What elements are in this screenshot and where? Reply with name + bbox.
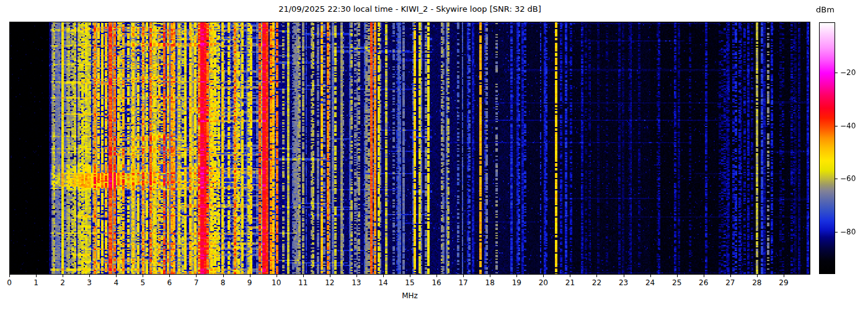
x-tick-mark	[410, 275, 410, 277]
x-tick-label: 15	[405, 278, 414, 287]
x-tick-label: 17	[458, 278, 467, 287]
x-tick-mark	[784, 275, 784, 277]
x-tick-label: 13	[352, 278, 361, 287]
colorbar-tick-label: −20	[840, 68, 856, 77]
x-tick-mark	[650, 275, 651, 277]
x-tick-mark	[516, 275, 517, 277]
x-tick-label: 22	[592, 278, 601, 287]
x-tick-label: 8	[221, 278, 226, 287]
x-tick-label: 10	[272, 278, 281, 287]
x-tick-mark	[463, 275, 464, 277]
x-tick-label: 9	[247, 278, 252, 287]
x-tick-mark	[250, 275, 250, 277]
colorbar-tick-label: −40	[840, 122, 856, 130]
colorbar-tick-mark	[835, 232, 838, 232]
x-tick-mark	[757, 275, 758, 277]
colorbar-tick-mark	[835, 179, 838, 179]
x-tick-label: 3	[87, 278, 92, 287]
x-tick-label: 28	[752, 278, 761, 287]
x-tick-label: 14	[378, 278, 388, 287]
x-tick-mark	[277, 275, 277, 277]
colorbar-tick-label: −80	[840, 228, 856, 236]
x-tick-mark	[63, 275, 63, 277]
x-tick-label: 7	[194, 278, 199, 287]
x-tick-mark	[303, 275, 304, 277]
x-tick-mark	[116, 275, 117, 277]
colorbar-tick-mark	[835, 73, 838, 73]
x-tick-mark	[36, 275, 37, 277]
x-tick-label: 4	[113, 278, 118, 287]
x-tick-mark	[490, 275, 490, 277]
x-tick-label: 23	[619, 278, 628, 287]
x-tick-label: 16	[432, 278, 441, 287]
x-tick-label: 29	[779, 278, 788, 287]
spectrogram-figure: 21/09/2025 22:30 local time - KIWI_2 - S…	[0, 0, 868, 310]
x-tick-mark	[9, 275, 10, 277]
x-tick-label: 6	[167, 278, 172, 287]
chart-title: 21/09/2025 22:30 local time - KIWI_2 - S…	[9, 4, 810, 15]
colorbar-tick-mark	[835, 126, 838, 126]
x-tick-label: 21	[565, 278, 575, 287]
x-tick-label: 20	[539, 278, 548, 287]
x-tick-mark	[89, 275, 90, 277]
x-tick-label: 11	[298, 278, 308, 287]
x-tick-label: 26	[699, 278, 708, 287]
x-tick-mark	[570, 275, 570, 277]
x-tick-mark	[730, 275, 731, 277]
colorbar-gradient	[819, 22, 835, 274]
x-tick-label: 25	[672, 278, 681, 287]
x-axis-label: MHz	[9, 291, 810, 300]
x-tick-mark	[543, 275, 544, 277]
x-tick-mark	[330, 275, 330, 277]
x-tick-mark	[223, 275, 224, 277]
x-tick-mark	[704, 275, 704, 277]
x-tick-label: 0	[7, 278, 12, 287]
x-tick-label: 27	[725, 278, 735, 287]
x-tick-mark	[143, 275, 143, 277]
waterfall-heatmap	[9, 22, 810, 275]
x-tick-mark	[677, 275, 678, 277]
x-tick-label: 19	[512, 278, 521, 287]
x-tick-label: 5	[141, 278, 146, 287]
x-tick-mark	[624, 275, 624, 277]
x-tick-label: 24	[645, 278, 655, 287]
x-tick-label: 2	[60, 278, 65, 287]
colorbar-unit-label: dBm	[816, 5, 835, 14]
x-tick-mark	[196, 275, 197, 277]
x-tick-label: 1	[33, 278, 38, 287]
colorbar-tick-label: −60	[840, 174, 856, 183]
x-tick-mark	[169, 275, 170, 277]
x-tick-mark	[383, 275, 384, 277]
x-tick-mark	[356, 275, 357, 277]
x-tick-label: 12	[325, 278, 334, 287]
x-tick-mark	[596, 275, 597, 277]
x-tick-mark	[436, 275, 437, 277]
x-tick-label: 18	[485, 278, 495, 287]
